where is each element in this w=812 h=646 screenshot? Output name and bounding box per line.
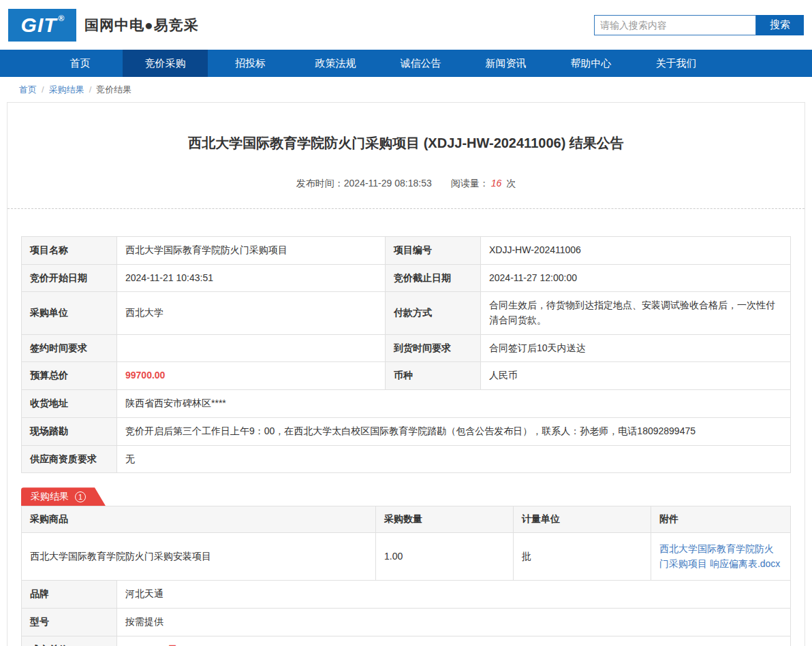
info-table-row: 供应商资质要求无 xyxy=(22,445,791,473)
info-table-row: 现场踏勘竞价开启后第三个工作日上午9：00，在西北大学太白校区国际教育学院踏勘（… xyxy=(22,417,791,445)
result-column-header: 采购商品 xyxy=(22,506,376,533)
info-label: 采购单位 xyxy=(22,292,117,334)
procurement-result-badge: 采购结果 1 xyxy=(21,487,106,506)
result-column-header: 计量单位 xyxy=(514,506,651,533)
breadcrumb-separator: / xyxy=(42,84,44,95)
result-quantity: 1.00 xyxy=(376,532,514,580)
views-count: 16 xyxy=(491,178,502,189)
views-unit: 次 xyxy=(506,178,516,189)
top-header: GIT® 国网中电●易竞采 搜索 xyxy=(0,0,812,50)
info-table-row: 竞价开始日期2024-11-21 10:43:51竞价截止日期2024-11-2… xyxy=(22,264,791,292)
publish-time-label: 发布时间： xyxy=(296,178,344,189)
info-value: 合同签订后10天内送达 xyxy=(481,334,791,362)
result-product: 西北大学国际教育学院防火门采购安装项目 xyxy=(22,532,376,580)
content-card: 西北大学国际教育学院防火门采购项目 (XDJJ-HW-202411006) 结果… xyxy=(7,102,805,646)
detail-value: 河北天通 xyxy=(117,581,791,609)
info-label: 付款方式 xyxy=(386,292,481,334)
nav-item-新闻资讯[interactable]: 新闻资讯 xyxy=(463,50,548,77)
detail-label: 型号 xyxy=(22,608,117,636)
views-label: 阅读量： xyxy=(451,178,489,189)
search-bar: 搜索 xyxy=(594,15,804,35)
breadcrumb-separator: / xyxy=(89,84,92,95)
info-label: 供应商资质要求 xyxy=(22,445,117,473)
project-info-table: 项目名称西北大学国际教育学院防火门采购项目项目编号XDJJ-HW-2024110… xyxy=(21,236,791,473)
info-label: 收货地址 xyxy=(22,390,117,418)
info-value: XDJJ-HW-202411006 xyxy=(481,237,791,265)
info-value: 合同生效后，待货物到达指定地点、安装调试验收合格后，一次性付清合同货款。 xyxy=(481,292,791,334)
info-value: 竞价开启后第三个工作日上午9：00，在西北大学太白校区国际教育学院踏勘（包含公告… xyxy=(117,417,791,445)
info-label: 到货时间要求 xyxy=(386,334,481,362)
breadcrumb: 首页/采购结果/竞价结果 xyxy=(0,77,812,102)
info-label: 签约时间要求 xyxy=(22,334,117,362)
info-value: 西北大学 xyxy=(117,292,386,334)
info-table-row: 项目名称西北大学国际教育学院防火门采购项目项目编号XDJJ-HW-2024110… xyxy=(22,237,791,265)
info-label: 项目编号 xyxy=(386,237,481,265)
info-value: 西北大学国际教育学院防火门采购项目 xyxy=(117,237,386,265)
publish-time-value: 2024-11-29 08:18:53 xyxy=(344,178,432,189)
nav-list: 首页竞价采购招投标政策法规诚信公告新闻资讯帮助中心关于我们 xyxy=(0,50,812,77)
page-title: 西北大学国际教育学院防火门采购项目 (XDJJ-HW-202411006) 结果… xyxy=(7,103,805,152)
info-label: 项目名称 xyxy=(22,237,117,265)
dashed-divider xyxy=(7,208,805,209)
search-input[interactable] xyxy=(594,15,756,35)
info-value: 人民币 xyxy=(481,362,791,390)
result-row: 西北大学国际教育学院防火门采购安装项目 1.00 批 西北大学国际教育学院防火门… xyxy=(22,532,791,580)
info-table-row: 收货地址陕西省西安市碑林区**** xyxy=(22,390,791,418)
nav-item-政策法规[interactable]: 政策法规 xyxy=(293,50,378,77)
nav-item-诚信公告[interactable]: 诚信公告 xyxy=(378,50,463,77)
detail-row: 品牌河北天通 xyxy=(22,581,791,609)
result-badge-label: 采购结果 xyxy=(31,491,69,503)
procurement-result-table: 采购商品采购数量计量单位附件 西北大学国际教育学院防火门采购安装项目 1.00 … xyxy=(21,506,791,581)
info-table-row: 采购单位西北大学付款方式合同生效后，待货物到达指定地点、安装调试验收合格后，一次… xyxy=(22,292,791,334)
info-label: 竞价开始日期 xyxy=(22,264,117,292)
main-nav: 首页竞价采购招投标政策法规诚信公告新闻资讯帮助中心关于我们 xyxy=(0,50,812,77)
nav-item-关于我们[interactable]: 关于我们 xyxy=(634,50,719,77)
info-value: 陕西省西安市碑林区**** xyxy=(117,390,791,418)
nav-item-帮助中心[interactable]: 帮助中心 xyxy=(548,50,634,77)
detail-value: 47400.00 元 xyxy=(117,636,791,646)
search-button[interactable]: 搜索 xyxy=(756,15,804,35)
nav-item-招投标[interactable]: 招投标 xyxy=(208,50,293,77)
info-value: 2024-11-21 10:43:51 xyxy=(117,264,386,292)
article-meta: 发布时间：2024-11-29 08:18:53阅读量：16 次 xyxy=(7,178,805,190)
result-details-table: 品牌河北天通型号按需提供成交总价47400.00 元成交供应商陕西环亿建筑工程设… xyxy=(21,580,791,646)
info-value xyxy=(117,334,386,362)
info-value: 2024-11-27 12:00:00 xyxy=(481,264,791,292)
nav-item-竞价采购[interactable]: 竞价采购 xyxy=(123,50,208,77)
breadcrumb-item-采购结果[interactable]: 采购结果 xyxy=(49,84,84,95)
detail-value: 按需提供 xyxy=(117,608,791,636)
info-value: 99700.00 xyxy=(117,362,386,390)
logo-text: GIT xyxy=(21,14,57,37)
result-attachment-cell: 西北大学国际教育学院防火门采购项目 响应偏离表.docx xyxy=(651,532,791,580)
nav-item-首页[interactable]: 首页 xyxy=(37,50,123,77)
detail-label: 成交总价 xyxy=(22,636,117,646)
info-label: 预算总价 xyxy=(22,362,117,390)
result-unit: 批 xyxy=(514,532,651,580)
site-logo[interactable]: GIT® xyxy=(8,9,76,42)
attachment-link[interactable]: 西北大学国际教育学院防火门采购项目 响应偏离表.docx xyxy=(659,543,780,569)
info-value: 无 xyxy=(117,445,791,473)
breadcrumb-item-首页[interactable]: 首页 xyxy=(19,84,37,95)
detail-label: 品牌 xyxy=(22,581,117,609)
info-table-row: 预算总价99700.00币种人民币 xyxy=(22,362,791,390)
breadcrumb-item-竞价结果: 竞价结果 xyxy=(96,84,131,95)
info-label: 现场踏勘 xyxy=(22,417,117,445)
result-column-header: 附件 xyxy=(651,506,791,533)
result-count-badge: 1 xyxy=(75,491,86,502)
registered-trademark-icon: ® xyxy=(59,14,65,23)
info-label: 币种 xyxy=(386,362,481,390)
info-table-row: 签约时间要求到货时间要求合同签订后10天内送达 xyxy=(22,334,791,362)
info-label: 竞价截止日期 xyxy=(386,264,481,292)
detail-row: 型号按需提供 xyxy=(22,608,791,636)
detail-row: 成交总价47400.00 元 xyxy=(22,636,791,646)
site-name: 国网中电●易竞采 xyxy=(84,16,199,35)
result-column-header: 采购数量 xyxy=(376,506,514,533)
